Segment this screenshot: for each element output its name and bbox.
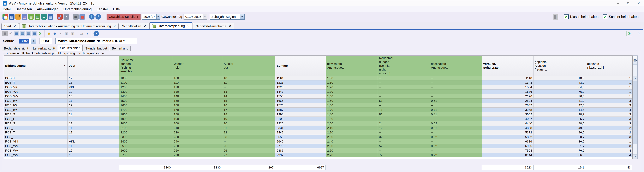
cell-summe[interactable]: 1554 xyxy=(275,94,326,98)
cell-geplante-klassenzahl[interactable]: 3 xyxy=(586,135,632,139)
cell-aufsteiger[interactable]: 17 xyxy=(222,108,275,112)
cell-wiederholer[interactable]: 190 xyxy=(172,117,222,121)
cell-jgst[interactable]: 13 xyxy=(68,108,119,112)
tab-unterrichtssituation[interactable]: Unterrichtssituation - Auswertung der Un… xyxy=(19,23,118,29)
cell-bildungsgang[interactable]: BOS_WV xyxy=(4,89,68,94)
column-header-summe[interactable]: Summe xyxy=(275,56,326,76)
column-header-aufsteiger[interactable]: Aufstei- ger xyxy=(222,56,275,76)
cell-summe[interactable]: 2775 xyxy=(275,144,326,148)
help-icon[interactable]: ? xyxy=(96,14,101,19)
cell-geplante-klassenzahl[interactable]: 1 xyxy=(586,89,632,94)
column-config-button[interactable]: ▦▾ xyxy=(633,56,638,65)
cell-neuanmeldungen-nicht-erreicht[interactable]: -- xyxy=(378,130,430,135)
cell-wiederholer[interactable]: 170 xyxy=(172,108,222,112)
cell-geplante-klassenfrequenz[interactable]: 21,7 xyxy=(534,144,586,148)
cell-neuanmeldungen-erreicht[interactable]: 1100 xyxy=(119,81,172,85)
cell-neuanmeldungen-nicht-erreicht[interactable]: -- xyxy=(378,89,430,94)
cell-gewichtete-antrittsquote[interactable]: 1,50 xyxy=(326,98,378,103)
tab-close-icon[interactable]: ✕ xyxy=(13,24,16,28)
cell-wiederholer[interactable]: 240 xyxy=(172,139,222,144)
cell-aufsteiger[interactable]: 19 xyxy=(222,117,275,121)
cell-summe[interactable]: 2997 xyxy=(275,153,326,157)
cell-vorauss-schuelerzahl[interactable]: 2176 xyxy=(482,94,534,98)
cell-neuanmeldungen-nicht-erreicht[interactable]: 72 xyxy=(378,153,430,157)
cell-neuanmeldungen-nicht-erreicht[interactable]: 81 xyxy=(378,112,430,117)
cell-gewichtete-antrittsquote[interactable]: 2,10 xyxy=(326,126,378,130)
cell-bildungsgang[interactable]: BOS_VKI xyxy=(4,85,68,89)
cell-wiederholer[interactable]: 220 xyxy=(172,130,222,135)
refresh-icon[interactable]: ⟳ xyxy=(38,31,43,36)
subtab-lehrerkapazitaet[interactable]: Lehrerkapazität xyxy=(31,46,57,51)
menu-datei[interactable]: Datei xyxy=(0,7,13,11)
school-number-select[interactable]: 0882 ▼ xyxy=(19,38,36,44)
cell-aufsteiger[interactable]: 21 xyxy=(222,126,275,130)
vertical-scrollbar[interactable]: ▦▾ ▲ ▼ xyxy=(632,56,638,159)
cell-jgst[interactable]: 12 xyxy=(68,130,119,135)
cell-summe[interactable]: 1776 xyxy=(275,103,326,108)
column-header-neuanmeldungen-erreicht[interactable]: Neuanmel- dungen (Schnitt erreicht) xyxy=(119,56,172,76)
cell-wiederholer[interactable]: 150 xyxy=(172,98,222,103)
cell-bildungsgang[interactable]: FOS_S xyxy=(4,121,68,126)
table-row[interactable]: FOS_S1320002002022202,0020,02444080,03 xyxy=(4,121,632,126)
cell-neuanmeldungen-nicht-erreicht[interactable]: -- xyxy=(378,148,430,153)
cell-vorauss-schuelerzahl[interactable]: 1343 xyxy=(482,81,534,85)
cell-neuanmeldungen-erreicht[interactable]: 2300 xyxy=(119,135,172,139)
scroll-up-icon[interactable]: ▲ xyxy=(633,76,638,81)
cell-jgst[interactable]: 11 xyxy=(68,126,119,130)
cell-aufsteiger[interactable]: 14 xyxy=(222,94,275,98)
subtab-schuelerzahlen[interactable]: Schülerzahlen xyxy=(58,45,82,51)
cell-neuanmeldungen-erreicht[interactable]: 2400 xyxy=(119,139,172,144)
scroll-down-icon[interactable]: ▼ xyxy=(633,154,638,159)
klasse-beibehalten-checkbox[interactable]: ✔ Klasse beibehalten xyxy=(564,14,598,19)
table-row[interactable]: FOS_IW1317001701718871,70710,71325814,54 xyxy=(4,108,632,112)
cell-aufsteiger[interactable]: 11 xyxy=(222,81,275,85)
cell-geplante-klassenfrequenz[interactable]: 86,0 xyxy=(534,130,586,135)
tab-close-icon[interactable]: ✕ xyxy=(228,24,231,28)
cell-aufsteiger[interactable]: 15 xyxy=(222,98,275,103)
cell-aufsteiger[interactable]: 25 xyxy=(222,144,275,148)
cell-geplante-klassenzahl[interactable]: 3 xyxy=(586,144,632,148)
bell-icon[interactable]: ◉ xyxy=(46,31,52,36)
cell-neuanmeldungen-nicht-erreicht[interactable]: 71 xyxy=(378,108,430,112)
cell-geschaetzte-antrittsquote[interactable]: 0,02 xyxy=(430,121,482,126)
cell-neuanmeldungen-nicht-erreicht[interactable]: 2 xyxy=(378,121,430,126)
tab-close-icon[interactable]: ✕ xyxy=(187,24,190,28)
help-circle-icon[interactable]: ? xyxy=(94,31,99,36)
tab-schnittstellen[interactable]: Schnittstellen ✕ xyxy=(119,23,149,29)
cell-aufsteiger[interactable]: -- xyxy=(222,85,275,89)
document-green-icon[interactable]: ▤ xyxy=(28,14,34,19)
column-header-wiederholer[interactable]: Wieder- holer xyxy=(172,56,222,76)
column-header-gewichtete-antrittsquote[interactable]: gewichtete Antrittsquote xyxy=(326,56,378,76)
cell-geschaetzte-antrittsquote[interactable]: -- xyxy=(430,148,482,153)
cell-neuanmeldungen-nicht-erreicht[interactable]: -- xyxy=(378,85,430,89)
cell-geplante-klassenfrequenz[interactable]: 76,0 xyxy=(534,148,586,153)
cell-neuanmeldungen-erreicht[interactable]: 2500 xyxy=(119,144,172,148)
column-header-neuanmeldungen-nicht-erreicht[interactable]: Neuanmel- dungen (Schnitt nicht erreicht… xyxy=(378,56,430,76)
cell-neuanmeldungen-erreicht[interactable]: 2000 xyxy=(119,121,172,126)
cell-neuanmeldungen-nicht-erreicht[interactable]: -- xyxy=(378,139,430,144)
column-header-geplante-klassenfrequenz[interactable]: geplante Klassen- frequenz xyxy=(534,56,586,76)
cell-geschaetzte-antrittsquote[interactable]: 0,72 xyxy=(430,153,482,157)
cell-geplante-klassenfrequenz[interactable]: 36,0 xyxy=(534,139,586,144)
cell-neuanmeldungen-erreicht[interactable]: 1500 xyxy=(119,98,172,103)
cell-gewichtete-antrittsquote[interactable]: 2,40 xyxy=(326,139,378,144)
cell-wiederholer[interactable]: 250 xyxy=(172,144,222,148)
table-add-icon[interactable]: ▦ xyxy=(14,31,19,36)
cell-geschaetzte-antrittsquote[interactable]: -- xyxy=(430,117,482,121)
cell-neuanmeldungen-erreicht[interactable]: 2600 xyxy=(119,148,172,153)
cell-jgst[interactable]: 13 xyxy=(68,135,119,139)
table-row[interactable]: BOS_T1210001001011101,00----111010,01 xyxy=(4,76,632,81)
cell-summe[interactable]: 1998 xyxy=(275,112,326,117)
cell-gewichtete-antrittsquote[interactable]: 2,70 xyxy=(326,153,378,157)
cell-neuanmeldungen-erreicht[interactable]: 1900 xyxy=(119,117,172,121)
cell-wiederholer[interactable]: 140 xyxy=(172,94,222,98)
cell-summe[interactable]: 2886 xyxy=(275,148,326,153)
cell-gewichtete-antrittsquote[interactable]: 1,30 xyxy=(326,89,378,94)
cell-wiederholer[interactable]: 100 xyxy=(172,76,222,81)
cell-geplante-klassenfrequenz[interactable]: 60,7 xyxy=(534,135,586,139)
cell-wiederholer[interactable]: 110 xyxy=(172,81,222,85)
cell-gewichtete-antrittsquote[interactable]: 1,90 xyxy=(326,117,378,121)
menu-fenster[interactable]: Fenster xyxy=(94,7,110,11)
cell-geplante-klassenzahl[interactable]: 3 xyxy=(586,117,632,121)
modules-grid-icon[interactable]: ▦ xyxy=(2,14,8,19)
